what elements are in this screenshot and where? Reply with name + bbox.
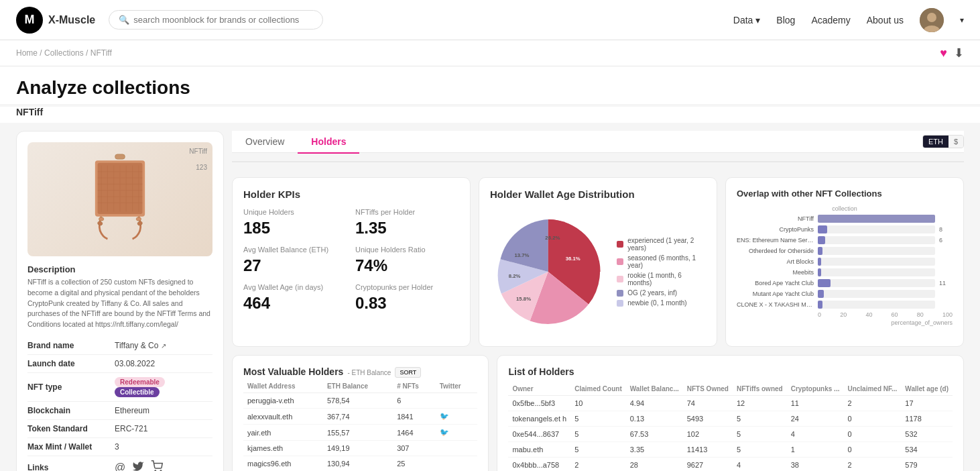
user-avatar[interactable]: [920, 8, 944, 32]
owner: 0x5fbe...5bf3: [508, 396, 570, 411]
sort-button[interactable]: SORT: [395, 367, 421, 378]
favorite-button[interactable]: ♥: [940, 46, 947, 60]
nav: Data ▾ Blog Academy About us ▾: [733, 8, 964, 32]
owner: 0x4bbb...a758: [508, 458, 570, 472]
table-row: yair.eth 155,57 1464 🐦: [243, 425, 477, 441]
tab-holders[interactable]: Holders: [298, 131, 359, 154]
nftiffs-per-holder-label: NFTiffs per Holder: [355, 208, 459, 216]
mvh-table-body: peruggia-v.eth 578,54 6 alexxvault.eth 3…: [243, 393, 477, 472]
logo-icon: M: [16, 7, 43, 34]
cryptopunks: 11: [787, 396, 844, 411]
external-link-icon[interactable]: ↗: [161, 342, 166, 350]
col-eth: ETH Balance: [323, 380, 393, 393]
eth-balance: 149,19: [323, 441, 393, 456]
table-row: peruggia-v.eth 578,54 6: [243, 393, 477, 409]
kpi-avg-wallet-age: Avg Wallet Age (in days) 464: [243, 283, 347, 313]
nft-count: 6: [393, 393, 436, 409]
loh-col-wallet: Wallet Balanc...: [626, 382, 683, 396]
cart-icon[interactable]: [151, 460, 163, 471]
search-input[interactable]: [133, 15, 313, 25]
launch-date-label: Launch date: [27, 354, 115, 372]
page-title: Analyze collections: [16, 77, 964, 99]
twitter-link: [436, 393, 478, 409]
search-icon: 🔍: [119, 15, 129, 25]
bar-row-mayc: Mutant Ape Yacht Club: [737, 290, 953, 298]
logo[interactable]: M X-Muscle: [16, 7, 95, 34]
legend-dot: [617, 300, 623, 307]
loh-col-unclaimed: Unclaimed NF...: [843, 382, 901, 396]
chevron-down-icon-user[interactable]: ▾: [960, 15, 964, 25]
legend-dot: [617, 276, 623, 282]
eth-toggle-dollar[interactable]: $: [948, 136, 963, 148]
table-row: 0x4bbb...a758 2 28 9627 4 38 2 579: [508, 458, 953, 472]
eth-balance: 578,54: [323, 393, 393, 409]
legend-dot: [617, 258, 623, 265]
description-text: NFTiff is a collection of 250 custom NFT…: [27, 277, 212, 330]
launch-date-value: 03.08.2022: [115, 354, 212, 372]
eth-toggle: ETH $: [922, 135, 964, 148]
nftiffs-owned: 12: [733, 396, 787, 411]
dashboard-bottom-grid: Most Valuable Holders - ETH Balance SORT…: [232, 355, 964, 471]
nft-card: NFTiff 123: [16, 131, 224, 471]
nfts-owned: 74: [683, 396, 733, 411]
wallet-age: 1178: [901, 411, 953, 427]
tab-overview[interactable]: Overview: [232, 131, 298, 154]
loh-col-punks: Cryptopunks ...: [787, 382, 844, 396]
nav-blog[interactable]: Blog: [776, 15, 795, 25]
unclaimed: 2: [843, 458, 901, 472]
email-icon[interactable]: @: [115, 462, 125, 471]
nft-image-container: NFTiff 123: [27, 142, 212, 256]
token-standard-value: ERC-721: [115, 419, 212, 437]
collectible-badge: Collectible: [115, 387, 160, 397]
twitter-icon[interactable]: 🐦: [440, 412, 449, 420]
nft-number: 123: [196, 164, 207, 171]
cryptopunks-per-holder-label: Cryptopunks per Holder: [355, 283, 459, 291]
brand-name-value: Tiffany & Co ↗: [115, 337, 212, 355]
bar-y-label: collection: [737, 205, 953, 212]
right-panel: Overview Holders ETH $ Holder KPIs Uniqu…: [232, 131, 964, 471]
twitter-link[interactable]: 🐦: [436, 425, 478, 441]
twitter-icon[interactable]: [132, 460, 144, 471]
nav-about-us[interactable]: About us: [867, 15, 904, 25]
bar-row-meebits: Meebits: [737, 268, 953, 276]
table-row: 0xe544...8637 5 67.53 102 5 4 0 532: [508, 427, 953, 442]
cryptopunks: 1: [787, 442, 844, 458]
download-button[interactable]: ⬇: [954, 46, 964, 60]
wallet-age: 17: [901, 396, 953, 411]
legend-dot: [617, 241, 623, 248]
twitter-link[interactable]: 🐦: [436, 409, 478, 425]
eth-toggle-eth[interactable]: ETH: [923, 136, 948, 148]
max-mint-value: 3: [115, 437, 212, 456]
breadcrumb-collections[interactable]: Collections: [44, 48, 84, 58]
brand-name-label: Brand name: [27, 337, 115, 355]
loh-header-row: Owner Claimed Count Wallet Balanc... NFT…: [508, 382, 953, 396]
nft-count: 307: [393, 441, 436, 456]
cryptopunks: 38: [787, 458, 844, 472]
unique-holders-value: 185: [243, 219, 347, 238]
max-mint-label: Max Mint / Wallet: [27, 437, 115, 456]
wallet-balance: 28: [626, 458, 683, 472]
unclaimed: 0: [843, 411, 901, 427]
svg-text:8.2%: 8.2%: [509, 273, 521, 279]
nav-academy[interactable]: Academy: [811, 15, 850, 25]
unclaimed: 0: [843, 427, 901, 442]
table-row: Max Mint / Wallet 3: [27, 437, 212, 456]
bar-row-artblocks: Art Blocks: [737, 258, 953, 266]
svg-text:13.7%: 13.7%: [514, 252, 529, 258]
bar-row-nftiff: NFTiff: [737, 215, 953, 223]
breadcrumb-sep2: /: [86, 48, 90, 58]
most-valuable-holders-card: Most Valuable Holders - ETH Balance SORT…: [232, 355, 489, 471]
wallet-balance: 4.94: [626, 396, 683, 411]
unclaimed: 2: [843, 396, 901, 411]
mvh-subtitle: - ETH Balance: [347, 369, 391, 376]
twitter-icon[interactable]: 🐦: [440, 428, 449, 436]
tabs-row: Overview Holders ETH $: [232, 131, 964, 153]
nav-data[interactable]: Data ▾: [733, 15, 761, 25]
svg-text:26.2%: 26.2%: [545, 235, 560, 241]
loh-col-claimed: Claimed Count: [570, 382, 626, 396]
breadcrumb-home[interactable]: Home: [16, 48, 38, 58]
unclaimed: 0: [843, 442, 901, 458]
legend-item-og: OG (2 years, inf): [617, 289, 706, 297]
search-bar[interactable]: 🔍: [109, 10, 323, 30]
svg-text:36.1%: 36.1%: [566, 256, 580, 262]
